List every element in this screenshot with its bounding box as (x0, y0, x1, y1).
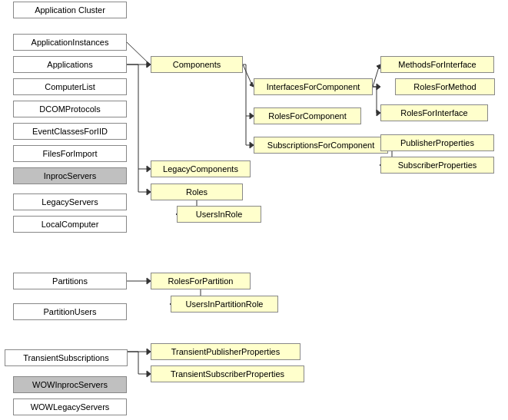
node-partitions: Partitions (13, 273, 127, 289)
node-subscriptions-for-component: SubscriptionsForComponent (254, 137, 388, 154)
node-publisher-properties: PublisherProperties (380, 134, 494, 151)
node-roles: Roles (151, 184, 243, 200)
node-applications: Applications (13, 56, 127, 73)
node-transient-subscriber-props: TransientSubscriberProperties (151, 365, 304, 382)
node-roles-for-partition: RolesForPartition (151, 273, 251, 289)
node-files-for-import: FilesForImport (13, 145, 127, 162)
node-roles-for-component: RolesForComponent (254, 107, 361, 124)
node-subscriber-properties: SubscriberProperties (380, 157, 494, 174)
node-application-instances: ApplicationInstances (13, 34, 127, 51)
svg-marker-23 (377, 84, 380, 90)
node-dcom-protocols: DCOMProtocols (13, 101, 127, 117)
node-application-cluster: Application Cluster (13, 2, 127, 18)
node-components: Components (151, 56, 243, 73)
node-inproc-servers: InprocServers (13, 167, 127, 184)
node-roles-for-interface: RolesForInterface (380, 104, 488, 121)
diagram: Application Cluster ApplicationInstances… (0, 0, 508, 420)
node-legacy-components: LegacyComponents (151, 160, 251, 177)
node-users-in-role: UsersInRole (177, 206, 261, 223)
node-legacy-servers: LegacyServers (13, 193, 127, 210)
node-transient-subscriptions: TransientSubscriptions (5, 349, 128, 366)
node-partition-users: PartitionUsers (13, 303, 127, 320)
node-roles-for-method: RolesForMethod (395, 78, 495, 95)
node-transient-publisher-props: TransientPublisherProperties (151, 343, 300, 360)
node-interfaces-for-component: InterfacesForComponent (254, 78, 373, 95)
node-computer-list: ComputerList (13, 78, 127, 95)
node-event-classes: EventClassesForIID (13, 123, 127, 140)
node-local-computer: LocalComputer (13, 216, 127, 233)
node-users-in-partition-role: UsersInPartitionRole (171, 296, 278, 313)
node-wow-legacy-servers: WOWLegacyServers (13, 399, 127, 415)
node-wow-inproc-servers: WOWInprocServers (13, 376, 127, 393)
node-methods-for-interface: MethodsForInterface (380, 56, 494, 73)
